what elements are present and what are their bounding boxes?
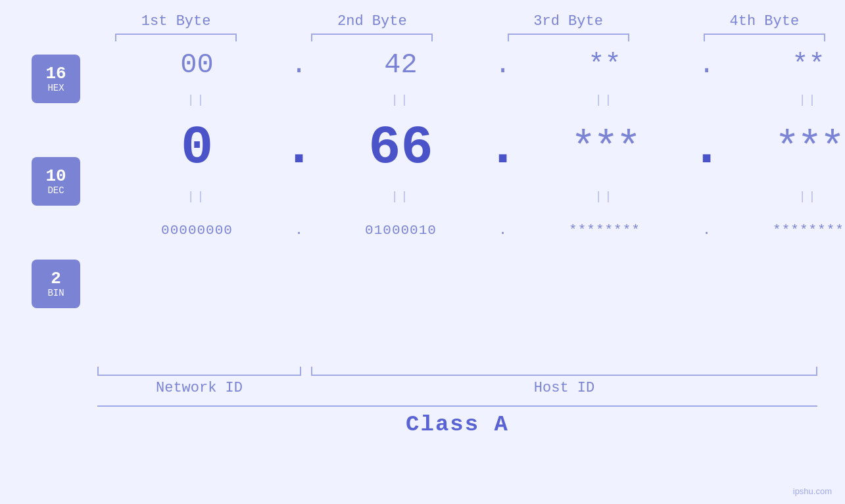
host-id-bracket <box>311 367 817 376</box>
main-container: 1st Byte 2nd Byte 3rd Byte 4th Byte 16 H… <box>0 0 845 504</box>
badges-column: 16 HEX 10 DEC 2 BIN <box>0 40 80 364</box>
byte-data-3: ** || *** || ******** <box>521 40 688 253</box>
badge-bin-label: BIN <box>47 288 64 298</box>
hex-val-1: 00 <box>180 49 213 81</box>
byte-label-2: 2nd Byte <box>291 13 452 30</box>
byte-bracket-4 <box>704 34 825 35</box>
byte-bracket-3 <box>508 34 629 35</box>
eq1-3: || <box>595 89 615 110</box>
badge-bin: 2 BIN <box>32 260 80 308</box>
bin-val-3: ******** <box>569 223 640 238</box>
badge-dec-label: DEC <box>47 186 64 196</box>
eq1-1: || <box>187 89 207 110</box>
hex-val-2: 42 <box>384 49 417 81</box>
dec-val-4: *** <box>775 125 842 172</box>
id-labels-row: Network ID Host ID <box>97 380 845 396</box>
byte-labels-row: 1st Byte 2nd Byte 3rd Byte 4th Byte <box>0 0 845 35</box>
byte-data-4: ** || *** || ******** <box>725 40 845 253</box>
byte-data-1: 00 || 0 || 00000000 <box>113 40 281 253</box>
network-id-label-container: Network ID <box>97 380 301 396</box>
brackets-row <box>97 367 845 376</box>
sep-2: . . . <box>485 40 521 253</box>
eq2-2: || <box>391 186 411 207</box>
hex-val-4: ** <box>792 49 825 81</box>
badge-dec-num: 10 <box>45 167 66 186</box>
byte-label-1: 1st Byte <box>95 13 256 30</box>
network-id-bracket <box>97 367 301 376</box>
host-id-label: Host ID <box>534 380 594 396</box>
hex-val-3: ** <box>588 49 621 81</box>
dec-val-3: *** <box>571 125 639 172</box>
badge-bin-num: 2 <box>51 269 61 288</box>
data-columns: 00 || 0 || 00000000 . . . <box>80 40 845 364</box>
class-a-section: Class A <box>97 405 817 437</box>
byte-col-4: 4th Byte <box>684 13 845 35</box>
bin-val-4: ******** <box>773 223 844 238</box>
byte-label-4: 4th Byte <box>684 13 845 30</box>
eq2-3: || <box>595 186 615 207</box>
eq1-4: || <box>799 89 819 110</box>
bin-val-1: 00000000 <box>161 223 233 238</box>
badge-hex-num: 16 <box>45 64 66 83</box>
byte-col-1: 1st Byte <box>95 13 256 35</box>
eq2-1: || <box>187 186 207 207</box>
eq1-2: || <box>391 89 411 110</box>
eq2-4: || <box>799 186 819 207</box>
host-id-label-container: Host ID <box>311 380 817 396</box>
byte-bracket-1 <box>115 34 237 35</box>
dec-val-2: 66 <box>368 118 433 179</box>
byte-label-3: 3rd Byte <box>487 13 648 30</box>
byte-data-2: 42 || 66 || 01000010 <box>317 40 485 253</box>
badge-hex: 16 HEX <box>32 55 80 103</box>
bin-val-2: 01000010 <box>365 223 437 238</box>
bottom-section: Network ID Host ID Class A <box>0 367 845 437</box>
byte-col-2: 2nd Byte <box>291 13 452 35</box>
watermark: ipshu.com <box>793 486 832 496</box>
network-id-label: Network ID <box>156 380 243 396</box>
class-a-bar <box>97 405 817 407</box>
sep-1: . . . <box>281 40 317 253</box>
byte-col-3: 3rd Byte <box>487 13 648 35</box>
dec-val-1: 0 <box>181 118 213 179</box>
badge-dec: 10 DEC <box>32 157 80 206</box>
class-a-label: Class A <box>97 412 817 437</box>
badge-hex-label: HEX <box>47 83 64 93</box>
byte-bracket-2 <box>311 34 433 35</box>
sep-3: . . . <box>688 40 725 253</box>
